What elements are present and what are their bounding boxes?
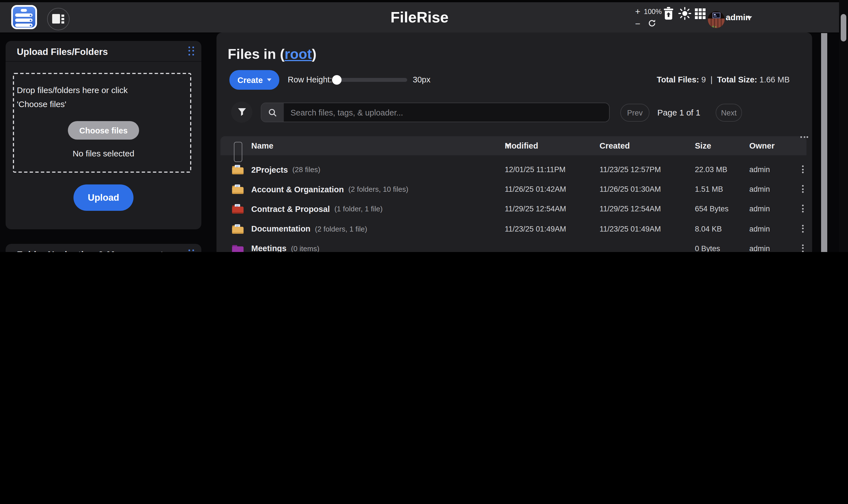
folder-nav-card: Folder Navigation & Management ▼ (Root) … [6, 244, 201, 252]
row-meta: (28 files) [293, 165, 320, 174]
row-meta: (2 folders, 1 file) [315, 224, 367, 233]
table-row[interactable]: 2Projects(28 files)12/01/25 11:11PM11/23… [220, 160, 807, 179]
row-modified: 11/26/25 01:42AM [505, 179, 566, 199]
table-row[interactable]: Meetings(0 items)0 Bytesadmin [220, 239, 807, 252]
row-owner: admin [749, 160, 770, 179]
row-name[interactable]: Contract & Proposal [251, 205, 330, 214]
table-row[interactable]: Account & Organization(2 folders, 10 fil… [220, 179, 807, 199]
folder-icon [232, 204, 244, 214]
grid-icon [695, 8, 706, 19]
folder-nav-card-title: Folder Navigation & Management [17, 244, 163, 252]
choose-files-button[interactable]: Choose files [68, 121, 139, 140]
row-menu-icon[interactable] [800, 185, 805, 193]
content-scrollbar-thumb[interactable] [821, 3, 827, 252]
upload-card: Upload Files/Folders Drop files/folders … [6, 41, 201, 229]
row-menu-icon[interactable] [800, 205, 805, 213]
zoom-out-button[interactable]: − [634, 20, 642, 29]
row-modified: 11/29/25 12:54AM [505, 199, 566, 219]
row-size: 1.51 MB [695, 179, 723, 199]
row-created: 11/23/25 01:49AM [600, 219, 661, 238]
trash-restore-icon [663, 7, 674, 20]
row-folder-icon [232, 223, 244, 236]
row-owner: admin [749, 179, 770, 199]
refresh-icon [648, 19, 656, 27]
row-meta: (2 folders, 10 files) [348, 185, 408, 194]
row-meta: (1 folder, 1 file) [334, 205, 383, 213]
row-size: 654 Bytes [695, 199, 728, 219]
row-menu-icon[interactable] [800, 165, 805, 173]
upload-card-title: Upload Files/Folders [17, 41, 108, 61]
row-modified: 12/01/25 11:11PM [505, 160, 566, 179]
avatar[interactable] [708, 11, 725, 28]
row-created: 11/29/25 12:54AM [600, 199, 661, 219]
row-menu-icon[interactable] [800, 245, 805, 252]
row-folder-icon [232, 184, 244, 197]
table-body: 2Projects(28 files)12/01/25 11:11PM11/23… [216, 33, 812, 252]
user-menu-caret-icon[interactable] [746, 16, 753, 20]
row-meta: (0 items) [291, 245, 319, 252]
folder-icon [232, 184, 244, 195]
row-created: 11/23/25 12:57PM [600, 160, 661, 179]
page-scrollbar-thumb[interactable] [841, 14, 846, 41]
sun-icon [678, 7, 691, 20]
theme-toggle-button[interactable] [678, 7, 691, 20]
row-menu-icon[interactable] [800, 224, 805, 232]
filerise-app: FileRise + − 100% [0, 0, 848, 252]
table-row[interactable]: Documentation(2 folders, 1 file)11/23/25… [220, 219, 807, 238]
row-name[interactable]: 2Projects [251, 165, 288, 174]
folder-icon [232, 164, 244, 175]
row-owner: admin [749, 219, 770, 238]
top-strip [0, 0, 848, 2]
drag-handle-icon[interactable] [189, 47, 195, 55]
refresh-button[interactable] [647, 18, 657, 28]
row-folder-icon [232, 204, 244, 217]
row-folder-icon [232, 243, 244, 252]
upload-button[interactable]: Upload [73, 184, 134, 211]
row-size: 0 Bytes [695, 239, 720, 252]
row-size: 22.03 MB [695, 160, 727, 179]
zoom-in-button[interactable]: + [634, 7, 642, 16]
row-folder-icon [232, 164, 244, 177]
avatar-image [708, 11, 725, 28]
dropzone-text: Drop files/folders here or click 'Choose… [17, 83, 185, 111]
trash-restore-button[interactable] [662, 6, 675, 21]
row-modified: 11/23/25 01:49AM [505, 219, 566, 238]
folder-icon [232, 223, 244, 234]
row-created: 11/26/25 01:30AM [600, 179, 661, 199]
apps-grid-button[interactable] [695, 8, 706, 19]
row-owner: admin [749, 199, 770, 219]
no-files-text: No files selected [6, 148, 201, 158]
file-manager-panel: Files in (root) Create Row Height: 30px … [216, 33, 812, 252]
top-bar: FileRise + − 100% [0, 2, 839, 33]
upload-card-header: Upload Files/Folders [6, 41, 201, 62]
row-size: 8.04 KB [695, 219, 722, 238]
table-row[interactable]: Contract & Proposal(1 folder, 1 file)11/… [220, 199, 807, 219]
folder-nav-card-header: Folder Navigation & Management [6, 244, 201, 252]
drag-handle-icon[interactable] [189, 250, 195, 252]
row-owner: admin [749, 239, 770, 252]
zoom-level: 100% [642, 7, 664, 16]
row-name[interactable]: Documentation [251, 224, 311, 233]
folder-icon [232, 243, 244, 252]
row-name[interactable]: Account & Organization [251, 185, 344, 194]
row-name[interactable]: Meetings [251, 244, 287, 252]
